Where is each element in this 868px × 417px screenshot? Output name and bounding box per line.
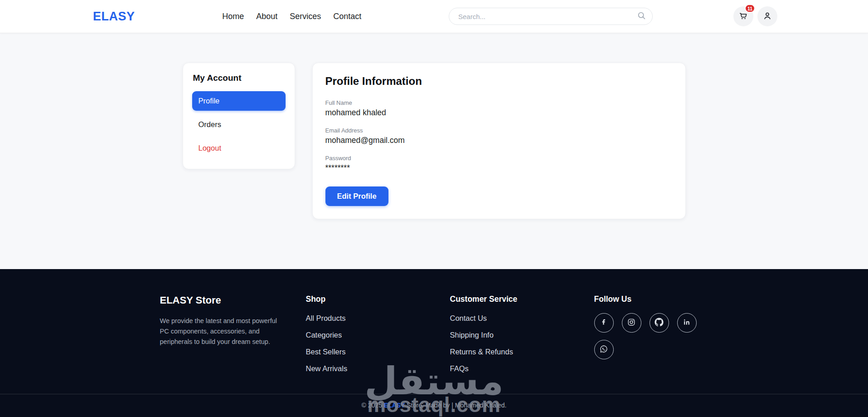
edit-profile-button[interactable]: Edit Profile [325,186,388,206]
copyright-prefix: © 2025 [362,402,384,409]
header: ELASY Home About Services Contact [0,0,868,33]
footer: ELASY Store We provide the latest and mo… [0,269,868,417]
cart-icon [738,11,748,22]
account-tab-profile[interactable]: Profile [192,91,286,111]
search-icon [637,11,646,22]
footer-shop-title: Shop [306,294,450,304]
github-button[interactable] [650,313,669,333]
linkedin-button[interactable] [677,313,697,333]
facebook-button[interactable] [594,313,614,333]
github-icon [655,318,664,328]
field-value: mohamed khaled [325,108,673,118]
brand-logo[interactable]: ELASY [93,10,135,24]
user-button[interactable] [757,6,777,26]
profile-title: Profile Information [325,75,673,88]
nav-home[interactable]: Home [222,12,244,21]
instagram-icon [627,318,636,328]
facebook-icon [599,318,608,328]
field-email: Email Address mohamed@gmail.com [325,127,673,145]
field-value: ******** [325,163,673,173]
footer-link-new-arrivals[interactable]: New Arrivals [306,363,450,374]
footer-link-returns-refunds[interactable]: Returns & Refunds [450,347,594,357]
field-value: mohamed@gmail.com [325,136,673,145]
profile-card: Profile Information Full Name mohamed kh… [312,63,686,219]
footer-link-all-products[interactable]: All Products [306,313,450,324]
account-tab-orders[interactable]: Orders [192,115,286,134]
whatsapp-icon [599,344,608,355]
footer-service-column: Customer Service Contact Us Shipping Inf… [450,294,594,380]
footer-columns: ELASY Store We provide the latest and mo… [160,269,708,380]
user-icon [762,11,772,22]
footer-shop-column: Shop All Products Categories Best Seller… [306,294,450,380]
linkedin-icon [682,318,691,328]
field-label: Email Address [325,127,673,134]
copyright-brand: ELASY [384,402,405,409]
copyright-suffix: Store. Made by | Mohamed Khaled. [405,402,507,409]
footer-service-title: Customer Service [450,294,594,304]
whatsapp-button[interactable] [594,340,614,359]
main-nav: Home About Services Contact [222,12,361,21]
footer-link-categories[interactable]: Categories [306,330,450,340]
cart-button[interactable]: 11 [733,6,753,26]
nav-about[interactable]: About [256,12,277,21]
nav-contact[interactable]: Contact [333,12,361,21]
footer-link-contact-us[interactable]: Contact Us [450,313,594,324]
logout-button[interactable]: Logout [192,138,286,158]
search-box [449,8,653,25]
footer-link-best-sellers[interactable]: Best Sellers [306,347,450,357]
my-account-card: My Account Profile Orders Logout [183,63,295,169]
footer-link-shipping-info[interactable]: Shipping Info [450,330,594,340]
footer-brand-title: ELASY Store [160,294,306,306]
account-content: My Account Profile Orders Logout Profile… [183,33,686,219]
account-page: My Account Profile Orders Logout Profile… [0,33,868,269]
footer-follow-title: Follow Us [594,294,708,304]
footer-brand-description: We provide the latest and most powerful … [160,316,288,348]
field-label: Full Name [325,99,673,106]
copyright-bar: © 2025 ELASY Store. Made by | Mohamed Kh… [0,394,868,417]
my-account-title: My Account [193,73,286,83]
instagram-button[interactable] [622,313,641,333]
footer-link-faqs[interactable]: FAQs [450,363,594,374]
nav-services[interactable]: Services [290,12,321,21]
cart-badge: 11 [745,4,755,13]
header-inner: ELASY Home About Services Contact [0,0,868,33]
field-label: Password [325,155,673,162]
field-full-name: Full Name mohamed khaled [325,99,673,118]
footer-follow-column: Follow Us [594,294,708,380]
search-input[interactable] [449,8,653,25]
field-password: Password ******** [325,155,673,173]
search-button[interactable] [637,11,647,21]
footer-brand-column: ELASY Store We provide the latest and mo… [160,294,306,380]
social-links [594,313,708,359]
